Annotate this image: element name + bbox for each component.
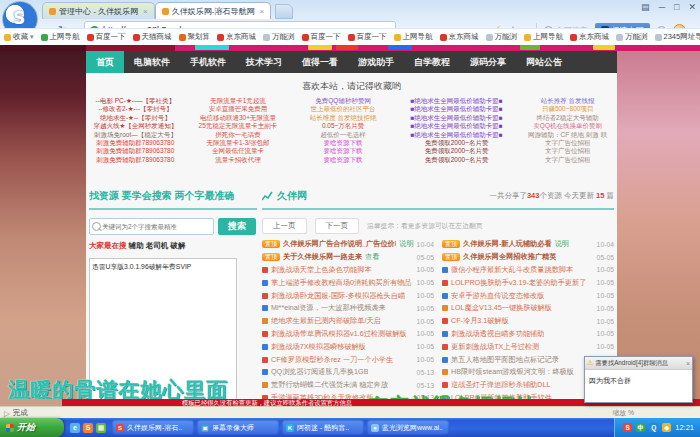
nav-item-5[interactable]: 游戏助手 (348, 51, 404, 73)
taskbar-app-button[interactable]: S久伴娱乐网-溶石.. (112, 420, 194, 435)
ad-link[interactable]: 要啥资源下载 (291, 139, 395, 147)
ad-link[interactable]: 文字广告位招租 (518, 147, 617, 155)
list-item[interactable]: 刺激战场透视自瞄多功能辅助10-05 (442, 328, 614, 341)
ad-link[interactable]: 免费领取2000~名片赞 (395, 147, 518, 155)
search-input[interactable] (89, 218, 214, 235)
start-button[interactable]: 开始 (0, 418, 64, 437)
list-item[interactable]: LOL魔盒V13.45一键换肤破解版10-05 (442, 302, 614, 315)
tab-jiuban-site[interactable]: 久伴娱乐网-溶石导航网 × (155, 2, 271, 19)
nav-item-2[interactable]: 手机软件 (180, 51, 236, 73)
close-icon[interactable]: × (686, 360, 690, 367)
nav-item-1[interactable]: 电脑软件 (124, 51, 180, 73)
ad-link[interactable]: 全网最低任流量卡 (185, 147, 292, 155)
search-button[interactable]: 搜索 (218, 218, 256, 235)
nav-item-7[interactable]: 源码分享 (460, 51, 516, 73)
ad-link[interactable]: 网游辅助：CF 绝地 刺激 联 (518, 131, 617, 139)
bookmark-item[interactable]: 天猫商城 (133, 32, 172, 42)
bookmark-item[interactable]: 百度一下 (87, 32, 126, 42)
ad-link[interactable]: 站长推荐 首发线报 (518, 97, 617, 105)
ad-link[interactable]: 文字广告位招租 (518, 156, 617, 164)
bookmark-item[interactable]: 上网导航 (524, 32, 563, 42)
ad-link[interactable]: ■绝地求生全网最低价辅助卡盟■ (395, 114, 518, 122)
ad-link[interactable]: 免费QQ辅秒秒赞网 (291, 97, 395, 105)
ad-link[interactable]: 要啥资源下载 (291, 156, 395, 164)
ad-link[interactable]: 文字广告位招租 (518, 139, 617, 147)
bookmark-item[interactable]: 收藏▾ (4, 32, 34, 42)
list-item[interactable]: 刺激战场卧龙国服-国际-多模拟器枪头自瞄10-05 (262, 289, 434, 302)
prev-page-button[interactable]: 上一页 (262, 218, 307, 234)
security-icon[interactable]: ◆ (662, 423, 671, 432)
nav-item-3[interactable]: 技术学习 (236, 51, 292, 73)
ad-link[interactable]: 电信移动联通30+无限流量 (185, 114, 292, 122)
bookmark-item[interactable]: 万能浏 (263, 32, 295, 42)
bookmark-item[interactable]: 万能浏 (486, 32, 518, 42)
ad-link[interactable]: 刺激免费辅助群789063780 (86, 139, 185, 147)
feedback-icon[interactable]: ▤ (641, 2, 650, 12)
list-item[interactable]: 荒野行动蝴蝶二代强货未满 稳定奔放05-13 (262, 379, 434, 392)
list-item[interactable]: 刺激战场天堂上色染色功能脚本10-05 (262, 264, 434, 277)
bookmark-item[interactable]: 上网导航 (394, 32, 433, 42)
list-item[interactable]: 刺激战场带草腾讯模拟器v1.6过检测破解版10-05 (262, 328, 434, 341)
message-popup[interactable]: ⚠ 需要找Android[4]群聊消息 × 因为我不合群 (584, 356, 693, 403)
bookmark-item[interactable]: 京东商城 (570, 32, 609, 42)
tab-close-icon[interactable]: × (143, 7, 148, 16)
list-item[interactable]: QQ浏览器订阅通胀几率换1GB05-13 (262, 366, 434, 379)
taskbar-app-button[interactable]: ▣屏幕录像大师 (197, 420, 279, 435)
sogou-icon[interactable]: S (83, 423, 93, 433)
list-item[interactable]: 置顶久伴娱乐网-新人玩辅助必看说明10-04 (442, 238, 614, 251)
ad-link[interactable]: 安卓直播芒果免费用 (185, 105, 292, 113)
list-item[interactable]: 微信小程序最新大乱斗改质量跳数脚本10-05 (442, 264, 614, 277)
ad-link[interactable]: 穿越火线★【全网秒发通知】 (86, 122, 185, 130)
close-button[interactable]: ✕ (688, 2, 696, 12)
list-item[interactable]: CF-冷月3.1破解版10-05 (442, 315, 614, 328)
bookmark-item[interactable]: 万能浏 (616, 32, 648, 42)
ad-link[interactable]: 流量卡招收代理 (185, 156, 292, 164)
minimize-button[interactable]: ─ (659, 2, 665, 12)
bookmark-item[interactable]: 上网导航 (41, 32, 80, 42)
ad-link[interactable]: 无限流量卡1元起流 (185, 97, 292, 105)
bookmark-item[interactable]: 百度一下 (302, 32, 341, 42)
ad-link[interactable]: 无限流量卡1-3/张包邮 (185, 139, 292, 147)
ad-link[interactable]: --电影 PC-★--—【零社类】 (86, 97, 185, 105)
ad-link[interactable]: 卖QQ机在线接单价赞刷 (518, 122, 617, 130)
ad-link[interactable]: 站长维度 首发绝技拒绝 (291, 114, 395, 122)
ad-link[interactable]: ■绝地求生全网最低价辅助卡盟■ (395, 131, 518, 139)
list-item[interactable]: Mi**einal资源，一大波那种视频袭来10-05 (262, 302, 434, 315)
nav-item-6[interactable]: 自学教程 (404, 51, 460, 73)
maximize-button[interactable]: □ (674, 2, 679, 12)
list-item[interactable]: 置顶关于久伴娱乐网一路走来查看05-05 (262, 251, 434, 264)
list-item[interactable]: 绝地求生最新已测内部破除单/天启10-05 (262, 315, 434, 328)
ad-link[interactable]: 0.05~万名片赞 (291, 122, 395, 130)
list-item[interactable]: 安卓手游热血传说变态修改版10-05 (442, 289, 614, 302)
list-item[interactable]: LOLPRO换肤助手v3.19-老婆的助手更新了10-05 (442, 276, 614, 289)
ad-link[interactable]: --修改者2-★---【零封号】 (86, 105, 185, 113)
marquee-item[interactable]: 迅雷U享版3.0.1.96破解年费SVIP (90, 259, 236, 275)
tab-admin-center[interactable]: 管理中心 - 久伴娱乐网 × (42, 2, 155, 19)
ad-link[interactable]: 免费领取2000~名片赞 (395, 139, 518, 147)
ad-link[interactable]: 刺激免费辅助群789063780 (86, 147, 185, 155)
new-tab-button[interactable] (275, 4, 293, 19)
ie-icon[interactable]: e (70, 423, 80, 433)
ad-link[interactable]: ■绝地求生全网最低价辅助卡盟■ (395, 97, 518, 105)
tab-close-icon[interactable]: × (259, 7, 264, 16)
ad-link[interactable]: 25元稳定无限流量卡主副卡 (185, 122, 292, 130)
nav-item-4[interactable]: 值得一看 (292, 51, 348, 73)
nav-item-home[interactable]: 首页 (86, 51, 124, 73)
ad-link[interactable]: 要啥资源下载 (291, 147, 395, 155)
sogou-tray-icon[interactable]: S (623, 423, 632, 432)
show-desktop-icon[interactable]: ▦ (96, 423, 106, 433)
list-item[interactable]: 置顶久伴娱乐网广告合作说明_广告位价格说明10-04 (262, 238, 434, 251)
list-item[interactable]: 更新刺激战场TX上号过检测10-05 (442, 340, 614, 353)
ad-link[interactable]: ■绝地求生全网最低价辅助卡盟■ (395, 105, 518, 113)
ad-link[interactable]: 终结者2稳定大号辅助 (518, 114, 617, 122)
taskbar-app-button[interactable]: ●蓝光浏览网www.ai.. (367, 420, 449, 435)
next-page-button[interactable]: 下一页 (315, 218, 360, 234)
ad-link[interactable]: ■绝地求生全网最低价辅助卡盟■ (395, 122, 518, 130)
ad-link[interactable]: 世上最低价的社区平台 (291, 105, 395, 113)
taskbar-app-button[interactable]: K阿初迷 - 酷狗音.. (282, 420, 364, 435)
ad-link[interactable]: 日赚500~800项目 (518, 105, 617, 113)
ad-link[interactable]: 刺激免费辅助群789063780 (86, 156, 185, 164)
list-item[interactable]: 掌上端游手修改教程商场0消耗购买所有物品10-05 (262, 276, 434, 289)
bookmark-item[interactable]: 京东商城 (440, 32, 479, 42)
list-item[interactable]: 刺激战场7X模拟器瞬移破解版10-05 (262, 340, 434, 353)
